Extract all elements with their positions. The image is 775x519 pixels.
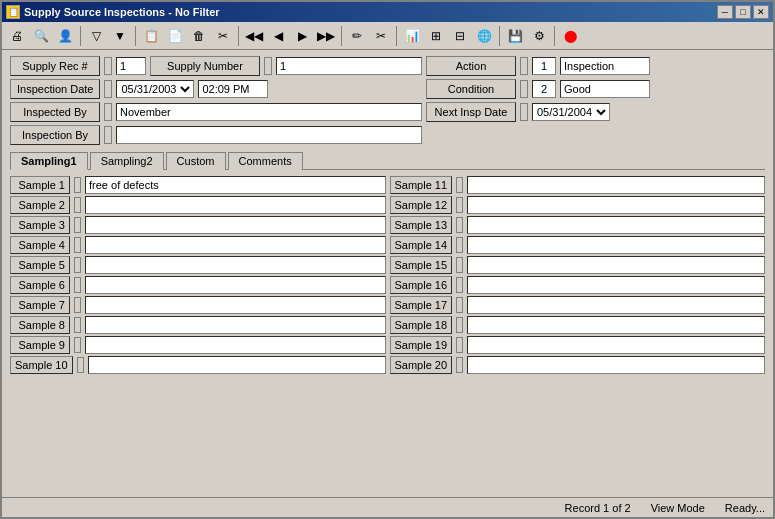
toolbar: 🖨 🔍 👤 ▽ ▼ 📋 📄 🗑 ✂ ◀◀ ◀ ▶ ▶▶ ✏ ✂ 📊 ⊞ ⊟ 🌐 …	[2, 22, 773, 50]
sample-input[interactable]	[467, 316, 765, 334]
next-insp-select[interactable]: 05/31/2004	[532, 103, 610, 121]
sample-label: Sample 7	[10, 296, 70, 314]
inspection-date-label[interactable]: Inspection Date	[10, 79, 100, 99]
sample-row: Sample 11	[390, 176, 766, 194]
action-label[interactable]: Action	[426, 56, 516, 76]
print-button[interactable]: 🖨	[6, 25, 28, 47]
filter-button[interactable]: ▽	[85, 25, 107, 47]
sample-input[interactable]	[85, 316, 386, 334]
table-button[interactable]: ⊟	[449, 25, 471, 47]
sample-input[interactable]	[467, 196, 765, 214]
inspected-by-input[interactable]	[116, 103, 422, 121]
tab-custom[interactable]: Custom	[166, 152, 226, 170]
sample-separator	[74, 297, 81, 313]
sep7	[554, 26, 555, 46]
sample-separator	[456, 317, 463, 333]
minimize-button[interactable]: ─	[717, 5, 733, 19]
last-button[interactable]: ▶▶	[315, 25, 337, 47]
search-button[interactable]: 🔍	[30, 25, 52, 47]
sample-label: Sample 12	[390, 196, 453, 214]
sample-row: Sample 6	[10, 276, 386, 294]
sample-row: Sample 20	[390, 356, 766, 374]
action-row: Action 1 Inspection	[426, 56, 765, 76]
inspected-by-label[interactable]: Inspected By	[10, 102, 100, 122]
supply-rec-input[interactable]	[116, 57, 146, 75]
action-sep	[520, 57, 528, 75]
sample-input[interactable]	[467, 276, 765, 294]
restore-button[interactable]: □	[735, 5, 751, 19]
settings-button[interactable]: ⚙	[528, 25, 550, 47]
window-title: Supply Source Inspections - No Filter	[24, 6, 220, 18]
sample-separator	[74, 197, 81, 213]
view-mode-label: View Mode	[651, 502, 705, 514]
supply-number-label[interactable]: Supply Number	[150, 56, 260, 76]
sample-input[interactable]	[85, 336, 386, 354]
condition-value: Good	[560, 80, 650, 98]
inspection-date-sep	[104, 80, 112, 98]
filter-down-button[interactable]: ▼	[109, 25, 131, 47]
sample-input[interactable]	[467, 216, 765, 234]
action-num: 1	[532, 57, 556, 75]
delete-button[interactable]: 🗑	[188, 25, 210, 47]
sample-label: Sample 4	[10, 236, 70, 254]
supply-rec-label[interactable]: Supply Rec #	[10, 56, 100, 76]
sep4	[341, 26, 342, 46]
sample-input[interactable]	[85, 176, 386, 194]
inspection-time-input[interactable]	[198, 80, 268, 98]
scissors-button[interactable]: ✂	[370, 25, 392, 47]
action-value: Inspection	[560, 57, 650, 75]
sample-input[interactable]	[85, 216, 386, 234]
sample-input[interactable]	[467, 336, 765, 354]
new-button[interactable]: 📄	[164, 25, 186, 47]
save-button[interactable]: 💾	[504, 25, 526, 47]
copy-button[interactable]: 📋	[140, 25, 162, 47]
sep1	[80, 26, 81, 46]
chart-button[interactable]: 📊	[401, 25, 423, 47]
sample-input[interactable]	[85, 196, 386, 214]
sample-input[interactable]	[85, 236, 386, 254]
cut-button[interactable]: ✂	[212, 25, 234, 47]
sample-separator	[456, 277, 463, 293]
sample-input[interactable]	[467, 176, 765, 194]
inspection-date-row: Inspection Date 05/31/2003	[10, 79, 422, 99]
sample-row: Sample 17	[390, 296, 766, 314]
sample-input[interactable]	[467, 256, 765, 274]
sample-input[interactable]	[85, 256, 386, 274]
title-bar: 📋 Supply Source Inspections - No Filter …	[2, 2, 773, 22]
condition-num: 2	[532, 80, 556, 98]
sample-label: Sample 2	[10, 196, 70, 214]
grid-button[interactable]: ⊞	[425, 25, 447, 47]
close-button[interactable]: ✕	[753, 5, 769, 19]
sample-label: Sample 13	[390, 216, 453, 234]
condition-label[interactable]: Condition	[426, 79, 516, 99]
sample-input[interactable]	[85, 296, 386, 314]
sample-input[interactable]	[467, 296, 765, 314]
sample-row: Sample 19	[390, 336, 766, 354]
next-insp-row: Next Insp Date 05/31/2004	[426, 102, 765, 122]
form-area: Supply Rec # Supply Number Inspection Da…	[2, 50, 773, 151]
sample-separator	[74, 237, 81, 253]
sample-input[interactable]	[88, 356, 386, 374]
user-button[interactable]: 👤	[54, 25, 76, 47]
sample-input[interactable]	[467, 356, 765, 374]
inspection-by-label[interactable]: Inspection By	[10, 125, 100, 145]
supply-number-input[interactable]	[276, 57, 422, 75]
sep3	[238, 26, 239, 46]
form-right: Action 1 Inspection Condition 2 Good Nex…	[426, 56, 765, 145]
edit-button[interactable]: ✏	[346, 25, 368, 47]
next-insp-label[interactable]: Next Insp Date	[426, 102, 516, 122]
prev-button[interactable]: ◀	[267, 25, 289, 47]
tab-sampling2[interactable]: Sampling2	[90, 152, 164, 170]
inspection-by-input[interactable]	[116, 126, 422, 144]
globe-button[interactable]: 🌐	[473, 25, 495, 47]
samples-right-col: Sample 11Sample 12Sample 13Sample 14Samp…	[390, 176, 766, 491]
sample-input[interactable]	[85, 276, 386, 294]
tab-sampling1[interactable]: Sampling1	[10, 152, 88, 170]
tabs-container: Sampling1 Sampling2 Custom Comments	[2, 151, 773, 170]
first-button[interactable]: ◀◀	[243, 25, 265, 47]
tab-comments[interactable]: Comments	[228, 152, 303, 170]
next-button[interactable]: ▶	[291, 25, 313, 47]
sample-input[interactable]	[467, 236, 765, 254]
stop-button[interactable]: ⬤	[559, 25, 581, 47]
inspection-date-select[interactable]: 05/31/2003	[116, 80, 194, 98]
